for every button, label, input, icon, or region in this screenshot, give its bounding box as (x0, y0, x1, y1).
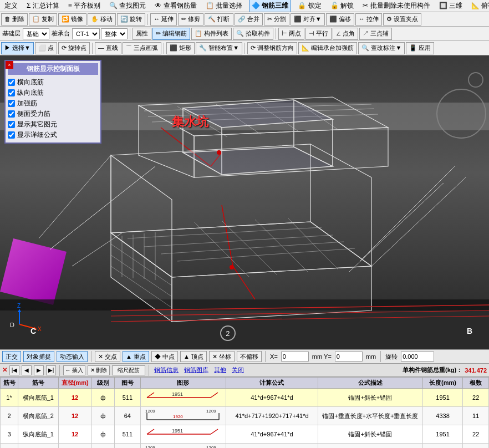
x-input[interactable] (281, 352, 309, 362)
btn-move[interactable]: ✋ 移动 (88, 13, 116, 26)
btn-line[interactable]: — 直线 (95, 42, 121, 54)
btn-split[interactable]: ✂ 分割 (264, 13, 289, 26)
menu-batch-select[interactable]: 📋 批量选择 (203, 0, 244, 12)
btn-point-angle[interactable]: ∠ 点角 (333, 28, 358, 40)
menu-summary[interactable]: Σ 汇总计算 (24, 0, 62, 12)
btn-select[interactable]: ▶ 选择▼ (1, 42, 34, 54)
btn-mirror[interactable]: 🔁 镜像 (58, 13, 86, 26)
btn-set-grip[interactable]: ⚙ 设置夹点 (383, 13, 421, 26)
menu-top-view[interactable]: 📐 俯视 (469, 0, 489, 12)
btn-two-point[interactable]: ⊢ 两点 (278, 28, 304, 40)
nav-delete[interactable]: ✕ 删除 (88, 365, 110, 375)
nav-next[interactable]: ▶ (34, 365, 44, 375)
btn-center-snap[interactable]: ◆ 中点 (151, 351, 178, 362)
btn-rotate-point[interactable]: ⟳ 旋转点 (58, 42, 90, 54)
nav-last[interactable]: ▶| (46, 365, 56, 375)
th-desc[interactable]: 公式描述 (318, 378, 422, 389)
menu-find-element[interactable]: 🔍 查找图元 (107, 0, 148, 12)
btn-delete[interactable]: 🗑 删除 (1, 13, 28, 26)
menu-flatten[interactable]: ≡ 平齐板别 (66, 0, 103, 12)
th-dia[interactable]: 直径(mm) (58, 378, 91, 389)
btn-midpoint-snap[interactable]: ▲ 重点 (123, 351, 149, 362)
btn-rotate[interactable]: 🔄 旋转 (117, 13, 145, 26)
table-row[interactable]: 4 纵向底筋_2 12 ф 64 1209 1920 (1, 444, 489, 449)
btn-parallel[interactable]: ⊣ 平行 (305, 28, 332, 40)
cb-show-formula[interactable] (8, 131, 15, 139)
table-scroll[interactable]: 筋号 筋号 直径(mm) 级别 图号 图形 计算公式 公式描述 长度(mm) 根… (0, 377, 489, 448)
viewport-3d: × 钢筋显示控制面板 横向底筋 纵向底筋 加强筋 侧面受力筋 显示其它图元 显示… (0, 55, 489, 349)
circle-num-2: 2 (220, 325, 236, 341)
btn-offset[interactable]: ⬛ 偏移 (326, 13, 354, 26)
menu-view-steel[interactable]: 👁 查看钢筋量 (152, 0, 198, 12)
btn-pick-component[interactable]: 🔍 拾取构件 (233, 28, 273, 40)
component-select[interactable]: CT-1 (72, 28, 100, 39)
btn-vertex-snap[interactable]: ▲ 顶点 (180, 351, 207, 362)
cb-show-other[interactable] (8, 121, 15, 128)
td-shape: 64 (115, 444, 141, 449)
btn-stretch[interactable]: ↔ 拉伸 (355, 13, 382, 26)
th-grade[interactable]: 级别 (91, 378, 114, 389)
table-row[interactable]: 2 横向底筋_2 12 ф 64 1209 1920 (1, 407, 489, 425)
menu-define[interactable]: 定义 (2, 0, 20, 12)
btn-check-label[interactable]: 🔍 查改标注▼ (358, 42, 405, 54)
nav-insert[interactable]: ← 插入 (63, 365, 85, 375)
btn-merge[interactable]: 🔗 合并 (235, 13, 263, 26)
btn-align[interactable]: ⬛ 对齐▼ (291, 13, 325, 26)
cb-strengthen[interactable] (8, 100, 15, 107)
th-figure[interactable]: 图形 (140, 378, 226, 389)
th-shape[interactable]: 图号 (115, 378, 141, 389)
btn-arc[interactable]: ⌒ 三点画弧 (123, 42, 161, 54)
btn-coord-snap[interactable]: ✕ 坐标 (209, 351, 235, 362)
btn-component-list[interactable]: 📋 构件列表 (191, 28, 232, 40)
cb-side-force[interactable] (8, 110, 15, 118)
menu-batch-delete[interactable]: ✂ 批量删除未使用构件 (360, 0, 432, 12)
btn-trim[interactable]: ✏ 修剪 (178, 13, 203, 26)
btn-extend[interactable]: ↔ 延伸 (150, 13, 177, 26)
btn-rectangle[interactable]: ⬛ 矩形 (166, 42, 195, 54)
btn-three-point-aux[interactable]: ↗ 三点辅 (359, 28, 392, 40)
btn-break[interactable]: 🔨 打断 (205, 13, 233, 26)
th-num[interactable]: 筋号 (1, 378, 18, 389)
rotate-input[interactable] (401, 352, 434, 362)
btn-adjust-direction[interactable]: ⟳ 调整钢筋方向 (247, 42, 297, 54)
btn-dynamic-input[interactable]: 动态输入 (57, 351, 88, 362)
btn-no-offset[interactable]: 不偏移 (237, 351, 262, 362)
table-row[interactable]: 3 纵向底筋_1 12 ф 511 1951 (1, 425, 489, 444)
nav-scale[interactable]: 缩尺配筋 (112, 365, 145, 375)
th-length[interactable]: 长度(mm) (422, 378, 463, 389)
sep4 (92, 43, 93, 54)
table-row[interactable]: 1* 横向底筋_1 12 ф 511 1951 (1, 389, 489, 407)
btn-intersection[interactable]: ✕ 交点 (95, 351, 120, 362)
nav-prev[interactable]: ◀ (22, 365, 32, 375)
btn-edit-strengthen[interactable]: 📐 编辑承台加强筋 (298, 42, 357, 54)
y-input[interactable] (335, 352, 363, 362)
btn-smart-layout[interactable]: 🔧 智能布置▼ (196, 42, 242, 54)
link-other[interactable]: 其他 (212, 366, 228, 374)
btn-apply[interactable]: 📱 应用 (406, 42, 434, 54)
th-formula[interactable]: 计算公式 (226, 378, 318, 389)
scope-select[interactable]: 整体 (101, 28, 128, 39)
menu-steel-3d[interactable]: 🔷 钢筋三维 (249, 0, 291, 12)
cp-label-side-force: 侧面受力筋 (17, 109, 50, 119)
th-count[interactable]: 根数 (463, 378, 489, 389)
btn-snap[interactable]: 对象捕捉 (23, 351, 54, 362)
th-name[interactable]: 筋号 (18, 378, 59, 389)
btn-edit-steel[interactable]: ✏ 编辑钢筋 (152, 28, 190, 40)
menu-unlock[interactable]: 🔓 解锁 (328, 0, 356, 12)
panel-close-btn[interactable]: × (6, 61, 13, 69)
link-steel-lib[interactable]: 钢筋图库 (182, 366, 210, 374)
menu-3d[interactable]: 🔲 三维 (437, 0, 465, 12)
cb-vertical-bottom[interactable] (8, 89, 15, 96)
menu-lock[interactable]: 🔒 锁定 (296, 0, 323, 12)
btn-ortho[interactable]: 正交 (2, 351, 21, 362)
btn-copy[interactable]: 📋 复制 (29, 13, 57, 26)
btn-properties[interactable]: 属性 (133, 28, 151, 40)
cb-horizontal-bottom[interactable] (8, 79, 15, 86)
td-desc: 锚固+垂直长度+水平长度+垂直长度 (318, 407, 422, 425)
layer-select[interactable]: 基础 (23, 28, 49, 39)
nav-first[interactable]: |◀ (9, 365, 19, 375)
link-steel-info[interactable]: 钢筋信息 (152, 366, 180, 374)
btn-point[interactable]: ⬜ 点 (35, 42, 57, 54)
link-close[interactable]: 关闭 (230, 366, 246, 374)
panel-close-x[interactable]: ✕ (2, 366, 7, 374)
